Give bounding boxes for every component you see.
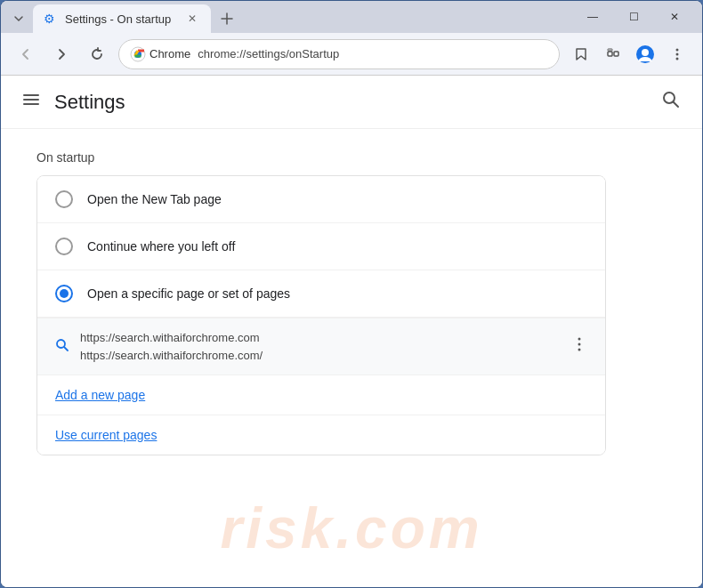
url-entry-1: https://search.withaiforchrome.com: [80, 329, 561, 347]
url-bar[interactable]: Chrome chrome://settings/onStartup: [118, 39, 560, 69]
use-current-pages-link[interactable]: Use current pages: [55, 428, 157, 442]
svg-point-13: [578, 343, 581, 346]
url-entry-menu-button[interactable]: [571, 336, 587, 357]
tab-bar: ⚙ Settings - On startup ✕ — ☐ ✕: [1, 1, 702, 33]
chrome-brand-label: Chrome: [149, 47, 190, 60]
option-row-new-tab[interactable]: Open the New Tab page: [37, 176, 605, 223]
url-search-icon: [55, 338, 69, 356]
hamburger-menu-icon[interactable]: [22, 91, 40, 113]
url-entries: https://search.withaiforchrome.com https…: [80, 329, 561, 364]
close-button[interactable]: ✕: [654, 4, 695, 29]
radio-specific[interactable]: [55, 285, 73, 302]
address-bar: Chrome chrome://settings/onStartup: [1, 33, 702, 76]
option-label-new-tab: Open the New Tab page: [87, 192, 222, 206]
option-label-continue: Continue where you left off: [87, 239, 235, 254]
option-row-continue[interactable]: Continue where you left off: [37, 223, 605, 270]
maximize-button[interactable]: ☐: [613, 4, 654, 29]
settings-body: On startup Open the New Tab page Continu…: [1, 129, 702, 477]
svg-point-12: [578, 338, 581, 341]
back-button[interactable]: [12, 40, 40, 68]
svg-point-7: [676, 48, 679, 51]
svg-rect-2: [608, 52, 612, 56]
url-bar-icon-group: Chrome: [130, 46, 190, 62]
radio-inner-dot: [60, 289, 69, 298]
radio-new-tab[interactable]: [55, 190, 73, 208]
action-rows: Add a new page Use current pages: [37, 375, 605, 455]
add-new-page-row[interactable]: Add a new page: [37, 375, 605, 415]
option-label-specific: Open a specific page or set of pages: [87, 286, 290, 301]
tab-favicon-icon: ⚙: [44, 12, 58, 26]
address-bar-actions: [567, 40, 691, 68]
chrome-logo-icon: [130, 46, 146, 62]
svg-point-8: [676, 52, 679, 55]
tab-title: Settings - On startup: [65, 12, 177, 26]
tab-dropdown-button[interactable]: [8, 8, 29, 29]
svg-point-6: [642, 49, 649, 56]
extensions-button[interactable]: [599, 40, 627, 68]
settings-search-button[interactable]: [661, 90, 681, 114]
url-entry-2: https://search.withaiforchrome.com/: [80, 347, 561, 365]
add-new-page-link[interactable]: Add a new page: [55, 388, 145, 402]
url-entry-row: https://search.withaiforchrome.com https…: [37, 318, 605, 375]
svg-point-9: [676, 57, 679, 60]
section-title: On startup: [36, 150, 667, 165]
settings-title-group: Settings: [22, 91, 125, 114]
use-current-pages-row[interactable]: Use current pages: [37, 415, 605, 455]
window-controls: — ☐ ✕: [572, 4, 695, 33]
settings-page-title: Settings: [54, 91, 125, 114]
minimize-button[interactable]: —: [572, 4, 613, 29]
options-card: Open the New Tab page Continue where you…: [36, 175, 606, 455]
url-input[interactable]: chrome://settings/onStartup: [198, 47, 548, 60]
browser-window: ⚙ Settings - On startup ✕ — ☐ ✕: [0, 0, 703, 588]
radio-continue[interactable]: [55, 238, 73, 255]
svg-rect-4: [608, 49, 612, 51]
active-tab[interactable]: ⚙ Settings - On startup ✕: [33, 4, 211, 33]
tab-close-button[interactable]: ✕: [184, 11, 200, 27]
svg-rect-3: [614, 52, 618, 56]
tab-bar-left: ⚙ Settings - On startup ✕: [8, 4, 239, 33]
option-row-specific[interactable]: Open a specific page or set of pages: [37, 270, 605, 318]
page-content: Settings On startup Open the New Tab pag…: [1, 76, 702, 587]
bookmark-button[interactable]: [567, 40, 595, 68]
settings-header: Settings: [1, 76, 702, 129]
profile-button[interactable]: [631, 40, 659, 68]
svg-point-14: [578, 349, 581, 351]
forward-button[interactable]: [47, 40, 76, 68]
new-tab-button[interactable]: [214, 6, 239, 31]
reload-button[interactable]: [83, 40, 111, 68]
menu-button[interactable]: [663, 40, 691, 68]
